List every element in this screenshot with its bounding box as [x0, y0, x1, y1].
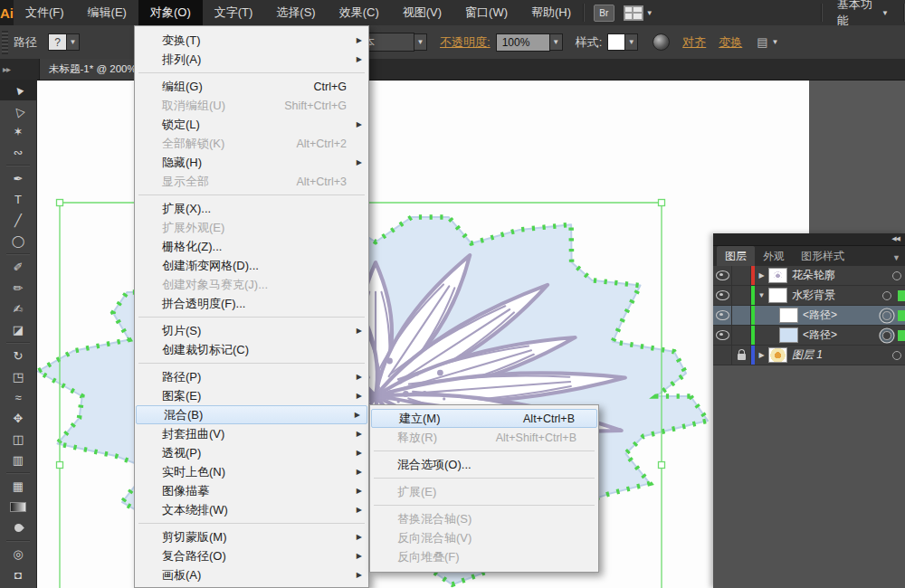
fill-style-dropdown[interactable]: ▼	[67, 33, 80, 51]
expand-toggle[interactable]: ▼	[755, 291, 768, 299]
panel-tab-图形样式[interactable]: 图形样式	[793, 246, 853, 266]
object-menu-item[interactable]: 创建裁切标记(C)	[135, 340, 368, 359]
layer-name[interactable]: <路径>	[803, 308, 879, 323]
target-indicator[interactable]	[879, 311, 895, 320]
arrange-documents-button[interactable]: ▼	[624, 5, 653, 21]
magic-wand-tool[interactable]: ✶	[0, 121, 36, 142]
lasso-tool[interactable]: ∾	[0, 142, 36, 163]
align-link[interactable]: 对齐	[682, 34, 706, 51]
pen-tool[interactable]: ✒	[0, 168, 36, 189]
lock-toggle[interactable]	[732, 266, 751, 285]
menubar-item[interactable]: 编辑(E)	[76, 0, 138, 25]
object-menu-item[interactable]: 切片(S)▶	[135, 321, 368, 340]
style-dropdown[interactable]: ▼	[625, 33, 638, 51]
shape-builder-tool[interactable]: ◫	[0, 429, 36, 450]
layer-thumbnail[interactable]	[779, 327, 798, 343]
symbol-sprayer-tool[interactable]: ◘	[0, 564, 36, 585]
blend-tool[interactable]: ◎	[0, 544, 36, 564]
target-indicator[interactable]	[879, 291, 895, 300]
blend-submenu-item[interactable]: 反向堆叠(F)	[370, 547, 598, 566]
column-graph-tool[interactable]: ▥	[0, 450, 36, 470]
target-indicator[interactable]	[889, 351, 905, 360]
width-tool[interactable]: ≈	[0, 387, 36, 408]
collapse-panels-icon[interactable]: ◀◀	[891, 235, 900, 242]
direct-selection-tool[interactable]: △	[0, 100, 36, 121]
mesh-tool[interactable]: ▦	[0, 476, 36, 497]
line-segment-tool[interactable]: ╱	[0, 210, 36, 231]
layer-name[interactable]: 花朵轮廓	[792, 268, 889, 283]
menubar-item[interactable]: 视图(V)	[391, 0, 453, 25]
recolor-artwork-icon[interactable]	[653, 33, 670, 51]
object-menu-item[interactable]: 排列(A)▶	[135, 50, 368, 69]
bridge-button[interactable]: Br	[594, 5, 614, 22]
object-menu-item[interactable]: 图像描摹▶	[135, 481, 368, 500]
panel-grip[interactable]	[2, 31, 8, 54]
panel-menu-icon[interactable]: ▼	[892, 253, 905, 266]
object-menu-item[interactable]: 实时上色(N)▶	[135, 462, 368, 481]
lock-toggle[interactable]	[732, 326, 751, 345]
toolbar-collapse-icon[interactable]: ▸▸	[0, 59, 40, 80]
object-menu-item[interactable]: 扩展(X)...	[135, 199, 368, 218]
selection-tool[interactable]: ▲	[0, 80, 36, 100]
layer-thumbnail[interactable]	[779, 308, 798, 323]
object-menu-item[interactable]: 画板(A)▶	[135, 565, 368, 584]
layer-row[interactable]: <路径>	[713, 326, 905, 346]
layer-row[interactable]: ▼水彩背景	[713, 286, 905, 306]
opacity-link[interactable]: 不透明度:	[440, 34, 491, 51]
blob-brush-tool[interactable]: ✍	[0, 299, 36, 319]
target-indicator[interactable]	[879, 331, 895, 340]
rotate-tool[interactable]: ↻	[0, 346, 36, 366]
object-menu-item[interactable]: 透视(P)▶	[135, 443, 368, 462]
object-menu-item[interactable]: 变换(T)▶	[135, 31, 368, 50]
free-transform-tool[interactable]: ✥	[0, 408, 36, 429]
lock-toggle[interactable]	[732, 346, 751, 365]
layer-name[interactable]: <路径>	[803, 327, 879, 343]
object-menu-item[interactable]: 复合路径(O)▶	[135, 546, 368, 565]
object-menu-item[interactable]: 文本绕排(W)▶	[135, 500, 368, 519]
object-menu-item[interactable]: 锁定(L)▶	[135, 115, 368, 134]
fill-style-box[interactable]: ?	[48, 33, 67, 51]
stroke-preset-dropdown[interactable]: ▼	[414, 33, 427, 51]
isolate-selection-icon[interactable]: ▤ ▼	[757, 35, 778, 49]
ellipse-tool[interactable]: ◯	[0, 231, 36, 251]
target-indicator[interactable]	[889, 271, 905, 280]
eyedropper-tool[interactable]	[0, 517, 36, 538]
menubar-item[interactable]: 效果(C)	[328, 0, 391, 25]
object-menu-item[interactable]: 剪切蒙版(M)▶	[135, 527, 368, 546]
lock-toggle[interactable]	[732, 306, 751, 325]
menubar-item[interactable]: 窗口(W)	[453, 0, 519, 25]
object-menu-item[interactable]: 创建渐变网格(D)...	[135, 256, 368, 275]
layer-name[interactable]: 水彩背景	[792, 288, 879, 303]
menubar-item[interactable]: 文字(T)	[203, 0, 265, 25]
object-menu-item[interactable]: 封套扭曲(V)▶	[135, 424, 368, 443]
panel-tab-图层[interactable]: 图层	[717, 246, 755, 266]
panel-tab-外观[interactable]: 外观	[755, 246, 793, 266]
layer-row[interactable]: <路径>	[713, 306, 905, 326]
visibility-toggle[interactable]	[713, 306, 732, 325]
lock-toggle[interactable]	[732, 286, 751, 305]
transform-link[interactable]: 变换	[719, 34, 742, 51]
menubar-item[interactable]: 对象(O)	[138, 0, 203, 25]
visibility-toggle[interactable]	[713, 286, 732, 305]
object-menu-item[interactable]: 栅格化(Z)...	[135, 237, 368, 256]
object-menu-item[interactable]: 图案(E)▶	[135, 386, 368, 405]
object-menu-item[interactable]: 全部解锁(K)Alt+Ctrl+2	[135, 134, 368, 153]
layer-thumbnail[interactable]	[768, 288, 787, 303]
visibility-toggle[interactable]	[713, 266, 732, 285]
expand-toggle[interactable]: ▶	[755, 351, 768, 359]
blend-submenu-item[interactable]: 扩展(E)	[370, 482, 598, 501]
gradient-tool[interactable]	[0, 497, 36, 517]
layer-thumbnail[interactable]	[768, 268, 787, 283]
object-menu-item[interactable]: 编组(G)Ctrl+G	[135, 77, 368, 96]
visibility-toggle[interactable]	[713, 346, 732, 365]
object-menu-item[interactable]: 创建对象马赛克(J)...	[135, 275, 368, 294]
style-swatch[interactable]	[607, 33, 625, 51]
paintbrush-tool[interactable]: ✐	[0, 257, 36, 278]
type-tool[interactable]: T	[0, 189, 36, 210]
pencil-tool[interactable]: ✏	[0, 278, 36, 299]
menubar-item[interactable]: 帮助(H)	[519, 0, 583, 25]
opacity-value[interactable]: 100%	[496, 33, 550, 52]
layer-row[interactable]: ▶图层 1	[713, 346, 905, 365]
menubar-item[interactable]: 选择(S)	[264, 0, 327, 25]
blend-submenu-item[interactable]: 替换混合轴(S)	[370, 509, 598, 528]
